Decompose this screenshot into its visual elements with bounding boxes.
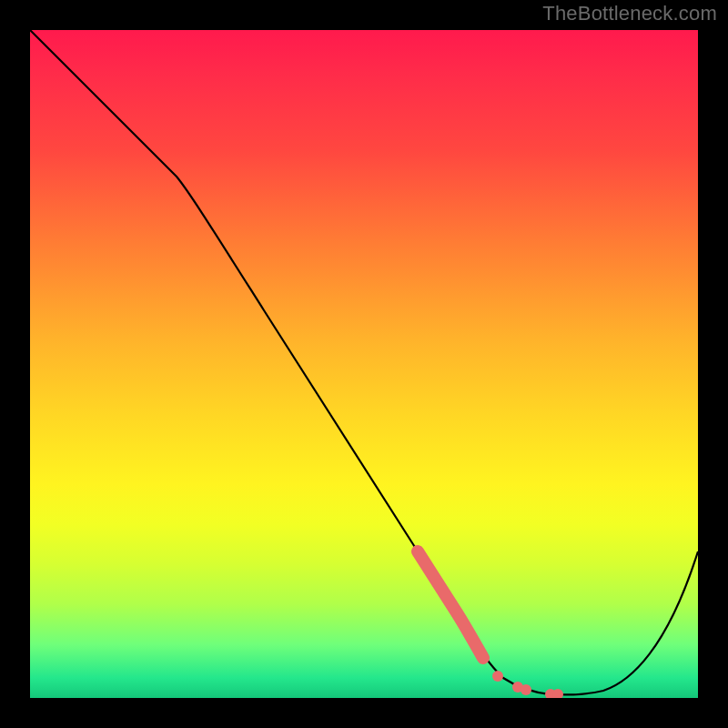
curve-svg xyxy=(30,30,698,698)
chart-frame: TheBottleneck.com xyxy=(0,0,728,728)
svg-point-2 xyxy=(521,684,531,695)
plot-area xyxy=(30,30,698,698)
bottleneck-curve-path xyxy=(30,30,698,695)
svg-point-0 xyxy=(492,671,503,682)
highlight-dots xyxy=(492,671,563,698)
highlight-segment xyxy=(418,551,483,658)
watermark-text: TheBottleneck.com xyxy=(542,2,717,25)
